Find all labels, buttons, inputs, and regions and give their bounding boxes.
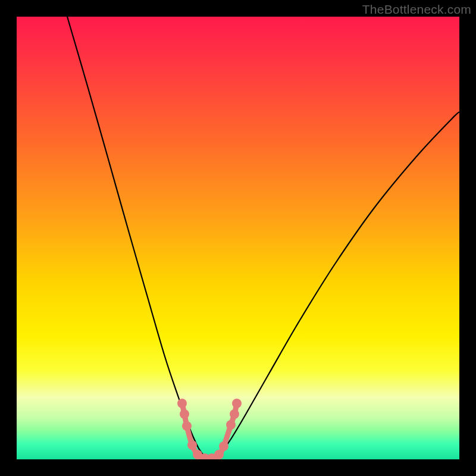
data-marker — [182, 421, 192, 431]
data-marker — [214, 450, 224, 459]
chart-frame — [17, 17, 459, 459]
data-marker — [230, 409, 239, 419]
data-marker — [180, 409, 189, 419]
data-marker — [187, 440, 197, 450]
data-marker — [219, 441, 228, 451]
data-marker — [226, 420, 236, 430]
gradient-background — [17, 17, 459, 459]
data-marker — [177, 399, 187, 408]
watermark-text: TheBottleneck.com — [362, 2, 471, 17]
data-marker — [232, 399, 242, 408]
bottleneck-chart — [17, 17, 459, 459]
